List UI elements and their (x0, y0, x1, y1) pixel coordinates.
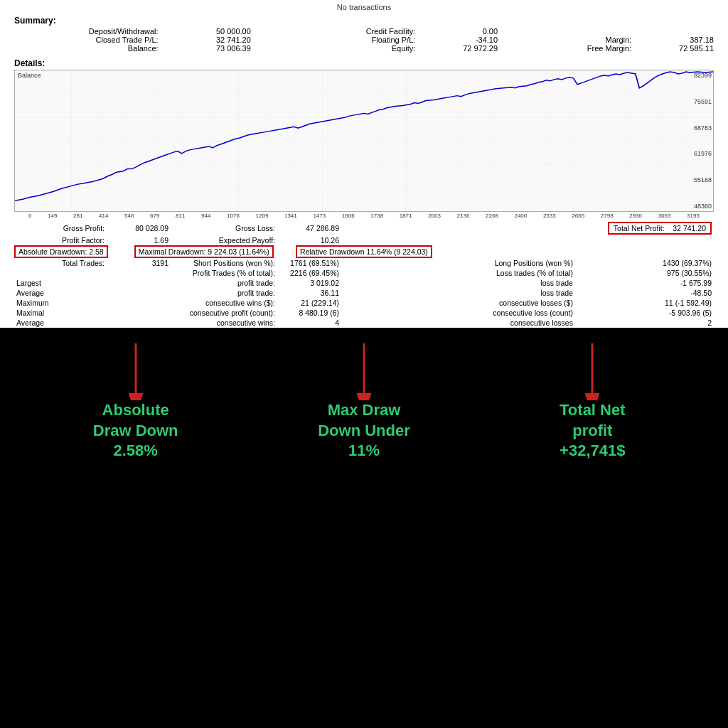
y-label-1: 82399 (694, 72, 712, 79)
avg-profit-trade-value: 36.11 (277, 288, 341, 298)
gross-loss-label: Gross Loss: (185, 221, 277, 235)
abs-drawdown-value: 2.58 (89, 247, 103, 256)
max-drawdown-arrow (350, 343, 378, 400)
profit-trade-value: 3 019.02 (277, 278, 341, 288)
consec-losses2-value: 2 (575, 318, 714, 328)
profit-factor-label: Profit Factor: (14, 235, 107, 245)
loss-trades-value: 975 (30.55%) (575, 268, 714, 278)
closed-label: Closed Trade P/L: (14, 36, 159, 44)
max-drawdown-label: Maximal Drawdown: (139, 247, 206, 256)
y-label-2: 75591 (694, 98, 712, 105)
consec-wins-label: consecutive wins ($): (185, 298, 277, 308)
margin-label: Margin: (528, 36, 631, 44)
floating-label: Floating P/L: (282, 36, 415, 44)
max-drawdown-value: 9 224.03 (11.64%) (208, 247, 269, 256)
abs-drawdown-box: Absolute Drawdown: 2.58 (14, 245, 108, 258)
max-drawdown-annotation-text: Max Draw Down Under 11% (318, 400, 410, 461)
total-net-arrow (578, 343, 606, 400)
long-pos-label: Long Positions (won %) (355, 258, 575, 268)
avg-loss-trade-value: -48.50 (575, 288, 714, 298)
long-pos-value: 1430 (69.37%) (575, 258, 714, 268)
profit-trades-value: 2216 (69.45%) (277, 268, 341, 278)
y-label-6: 48360 (694, 203, 712, 210)
consec-losses-value: 11 (-1 592.49) (575, 298, 714, 308)
free-margin-value: 72 585.11 (631, 44, 714, 53)
maximal-label: Maximal (14, 308, 107, 318)
average2-label: Average (14, 318, 107, 328)
deposit-value: 50 000.00 (159, 27, 251, 36)
avg-loss-trade-label: loss trade (355, 288, 575, 298)
consec-profit-label: consecutive profit (count): (185, 308, 277, 318)
avg-profit-trade-label: profit trade: (185, 288, 277, 298)
credit-label: Credit Facility: (282, 27, 415, 36)
equity-value: 72 972.29 (415, 44, 498, 53)
consec-wins2-value: 4 (277, 318, 341, 328)
x-axis-labels: 0 149 281 414 546 679 811 944 1076 1209 … (14, 212, 714, 220)
chart-label: Balance (18, 72, 41, 79)
gross-loss-value: 47 286.89 (277, 221, 341, 235)
summary-title: Summary: (14, 16, 714, 26)
free-margin-label: Free Margin: (528, 44, 631, 53)
total-net-annotation: Total Net profit +32,741$ (521, 343, 663, 461)
chart-container: Balance 82399 75591 68783 61976 55168 48… (14, 70, 714, 212)
abs-drawdown-annotation-text: Absolute Draw Down 2.58% (93, 400, 178, 461)
y-label-3: 68783 (694, 124, 712, 132)
svg-rect-0 (15, 70, 713, 211)
consec-profit-value: 8 480.19 (6) (277, 308, 341, 318)
y-label-4: 61976 (694, 150, 712, 157)
short-pos-value: 1761 (69.51%) (277, 258, 341, 268)
gross-profit-label: Gross Profit: (14, 221, 107, 235)
rel-drawdown-box: Relative Drawdown 11.64% (9 224.03) (296, 245, 432, 258)
details-title: Details: (0, 55, 728, 70)
margin-value: 387.18 (631, 36, 714, 44)
floating-value: -34.10 (415, 36, 498, 44)
max-drawdown-box: Maximal Drawdown: 9 224.03 (11.64%) (134, 245, 274, 258)
abs-drawdown-label: Absolute Drawdown: (18, 247, 87, 256)
largest-label: Largest (14, 278, 107, 288)
profit-factor-value: 1.69 (107, 235, 171, 245)
maximum-label: Maximum (14, 298, 107, 308)
profit-trades-label: Profit Trades (% of total): (185, 268, 277, 278)
total-net-annotation-text: Total Net profit +32,741$ (560, 400, 625, 461)
profit-trade-label: profit trade: (185, 278, 277, 288)
total-net-profit-label: Total Net Profit: (614, 224, 665, 232)
consec-losses-label: consecutive losses ($) (355, 298, 575, 308)
consec-loss-value: -5 903.96 (5) (575, 308, 714, 318)
rel-drawdown-value: 11.64% (9 224.03) (366, 247, 427, 256)
gross-profit-value: 80 028.09 (107, 221, 171, 235)
summary-section: Summary: Deposit/Withdrawal: 50 000.00 C… (0, 13, 728, 55)
total-net-profit-value: 32 741.20 (673, 224, 706, 232)
abs-drawdown-annotation: Absolute Draw Down 2.58% (65, 343, 207, 461)
total-net-profit-box: Total Net Profit: 32 741.20 (608, 222, 712, 235)
total-trades-value: 3191 (107, 258, 171, 268)
equity-label: Equity: (282, 44, 415, 53)
consec-losses2-label: consecutive losses (355, 318, 575, 328)
balance-value: 73 006.39 (159, 44, 251, 53)
y-axis-labels: 82399 75591 68783 61976 55168 48360 (694, 70, 712, 211)
total-trades-label: Total Trades: (14, 258, 107, 268)
expected-payoff-label: Expected Payoff: (185, 235, 277, 245)
consec-wins-value: 21 (229.14) (277, 298, 341, 308)
arrow-section: Absolute Draw Down 2.58% Max Draw Down U… (0, 329, 728, 528)
stats-main-table: Gross Profit: 80 028.09 Gross Loss: 47 2… (14, 221, 714, 328)
rel-drawdown-label: Relative Drawdown (300, 247, 364, 256)
max-drawdown-annotation: Max Draw Down Under 11% (293, 343, 435, 461)
expected-payoff-value: 10.26 (277, 235, 341, 245)
abs-drawdown-arrow (122, 343, 150, 400)
average-label: Average (14, 288, 107, 298)
loss-trade-value: -1 675.99 (575, 278, 714, 288)
report-panel: No transactions Summary: Deposit/Withdra… (0, 0, 728, 328)
consec-wins2-label: consecutive wins: (185, 318, 277, 328)
loss-trade-label: loss trade (355, 278, 575, 288)
loss-trades-label: Loss trades (% of total) (355, 268, 575, 278)
short-pos-label: Short Positions (won %): (185, 258, 277, 268)
closed-value: 32 741.20 (159, 36, 251, 44)
deposit-label: Deposit/Withdrawal: (14, 27, 159, 36)
y-label-5: 55168 (694, 176, 712, 183)
balance-label: Balance: (14, 44, 159, 53)
credit-value: 0.00 (415, 27, 498, 36)
no-transactions-label: No transactions (0, 0, 728, 13)
chart-svg (15, 70, 713, 211)
consec-loss-label: consecutive loss (count) (355, 308, 575, 318)
summary-table: Deposit/Withdrawal: 50 000.00 Credit Fac… (14, 27, 714, 53)
